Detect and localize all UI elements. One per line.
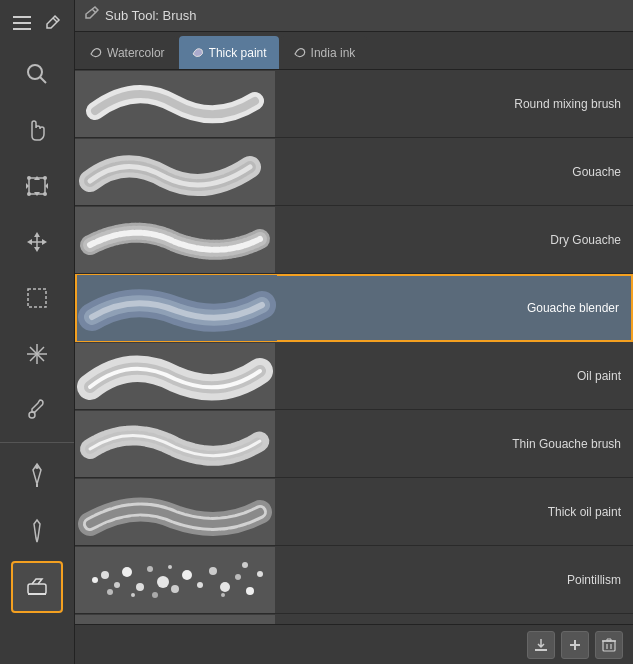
brush-name-gouache-blender: Gouache blender xyxy=(277,301,631,315)
svg-rect-28 xyxy=(28,584,46,594)
tab-thick-paint-label: Thick paint xyxy=(209,46,267,60)
brush-preview-paint-apply xyxy=(75,615,275,625)
brush-item-gouache-blender[interactable]: Gouache blender xyxy=(75,274,633,342)
svg-point-46 xyxy=(171,585,179,593)
thick-paint-tab-icon xyxy=(191,45,204,61)
svg-rect-1 xyxy=(13,22,31,24)
svg-line-30 xyxy=(92,9,96,13)
svg-point-55 xyxy=(131,593,135,597)
brush-preview-gouache xyxy=(75,139,275,205)
bottom-bar xyxy=(75,624,633,664)
svg-point-42 xyxy=(122,567,132,577)
brush-item-gouache[interactable]: Gouache xyxy=(75,138,633,206)
tab-watercolor[interactable]: Watercolor xyxy=(77,36,177,69)
brush-preview-pointillism xyxy=(75,547,275,613)
svg-point-54 xyxy=(107,589,113,595)
svg-rect-38 xyxy=(75,547,275,613)
move-tool[interactable] xyxy=(11,216,63,268)
panel-title: Sub Tool: Brush xyxy=(105,8,197,23)
brush-preview-thick-oil xyxy=(75,479,275,545)
brush-header-icon xyxy=(85,6,99,25)
brush-item-dry-gouache[interactable]: Dry Gouache xyxy=(75,206,633,274)
star-tool[interactable] xyxy=(11,328,63,380)
svg-line-5 xyxy=(40,77,46,83)
svg-line-3 xyxy=(53,18,57,22)
tab-thick-paint[interactable]: Thick paint xyxy=(179,36,279,69)
svg-point-45 xyxy=(157,576,169,588)
svg-point-44 xyxy=(147,566,153,572)
svg-point-40 xyxy=(101,571,109,579)
pen-tool[interactable] xyxy=(11,449,63,501)
eraser-tool[interactable] xyxy=(11,561,63,613)
svg-point-58 xyxy=(221,593,225,597)
tab-india-ink[interactable]: India ink xyxy=(281,36,368,69)
select-tool[interactable] xyxy=(11,272,63,324)
svg-point-53 xyxy=(257,571,263,577)
brush-preview-thin-gouache xyxy=(75,411,275,477)
svg-point-43 xyxy=(136,583,144,591)
brush-list[interactable]: Round mixing brush Gouache xyxy=(75,70,633,624)
menu-icon[interactable] xyxy=(7,8,37,38)
delete-button[interactable] xyxy=(595,631,623,659)
transform-tool[interactable] xyxy=(11,160,63,212)
brush-name-pointillism: Pointillism xyxy=(275,573,633,587)
svg-point-48 xyxy=(197,582,203,588)
svg-rect-19 xyxy=(28,289,46,307)
panel-header: Sub Tool: Brush xyxy=(75,0,633,32)
brush-item-thick-oil[interactable]: Thick oil paint xyxy=(75,478,633,546)
left-toolbar xyxy=(0,0,75,664)
brush-preview-gouache-blender xyxy=(77,275,277,341)
add-button[interactable] xyxy=(561,631,589,659)
svg-point-12 xyxy=(27,192,31,196)
svg-rect-60 xyxy=(75,615,275,625)
brush-name-gouache: Gouache xyxy=(275,165,633,179)
search-tool[interactable] xyxy=(11,48,63,100)
svg-point-27 xyxy=(35,465,39,469)
brush-tool-icon[interactable] xyxy=(38,8,68,38)
svg-point-49 xyxy=(209,567,217,575)
svg-point-4 xyxy=(28,65,42,79)
brush-item-round-mixing[interactable]: Round mixing brush xyxy=(75,70,633,138)
svg-rect-0 xyxy=(13,16,31,18)
knife-tool[interactable] xyxy=(11,505,63,557)
brush-name-round-mixing: Round mixing brush xyxy=(275,97,633,111)
svg-point-41 xyxy=(114,582,120,588)
svg-point-47 xyxy=(182,570,192,580)
brush-name-dry-gouache: Dry Gouache xyxy=(275,233,633,247)
svg-point-10 xyxy=(43,176,47,180)
svg-point-39 xyxy=(92,577,98,583)
svg-rect-61 xyxy=(535,649,547,651)
eyedropper-tool[interactable] xyxy=(11,384,63,436)
svg-rect-64 xyxy=(603,641,615,651)
svg-point-11 xyxy=(43,192,47,196)
brush-item-oil-paint[interactable]: Oil paint xyxy=(75,342,633,410)
brush-item-thin-gouache[interactable]: Thin Gouache brush xyxy=(75,410,633,478)
brush-name-oil-paint: Oil paint xyxy=(275,369,633,383)
tab-watercolor-label: Watercolor xyxy=(107,46,165,60)
download-button[interactable] xyxy=(527,631,555,659)
brush-item-paint-apply[interactable]: Paint and apply xyxy=(75,614,633,624)
svg-point-9 xyxy=(27,176,31,180)
svg-point-59 xyxy=(242,562,248,568)
brush-name-thin-gouache: Thin Gouache brush xyxy=(275,437,633,451)
svg-point-52 xyxy=(246,587,254,595)
watercolor-tab-icon xyxy=(89,45,102,61)
svg-line-25 xyxy=(34,412,35,413)
hand-tool[interactable] xyxy=(11,104,63,156)
brush-item-pointillism[interactable]: Pointillism xyxy=(75,546,633,614)
brush-preview-dry-gouache xyxy=(75,207,275,273)
svg-point-56 xyxy=(152,592,158,598)
svg-rect-6 xyxy=(29,178,45,194)
svg-point-50 xyxy=(220,582,230,592)
svg-rect-2 xyxy=(13,28,31,30)
tab-india-ink-label: India ink xyxy=(311,46,356,60)
tabs-row: Watercolor Thick paint India ink xyxy=(75,32,633,70)
brush-preview-round-mixing xyxy=(75,71,275,137)
brush-preview-oil-paint xyxy=(75,343,275,409)
main-panel: Sub Tool: Brush Watercolor Thick paint xyxy=(75,0,633,664)
svg-point-57 xyxy=(168,565,172,569)
svg-point-51 xyxy=(235,574,241,580)
india-ink-tab-icon xyxy=(293,45,306,61)
brush-name-thick-oil: Thick oil paint xyxy=(275,505,633,519)
